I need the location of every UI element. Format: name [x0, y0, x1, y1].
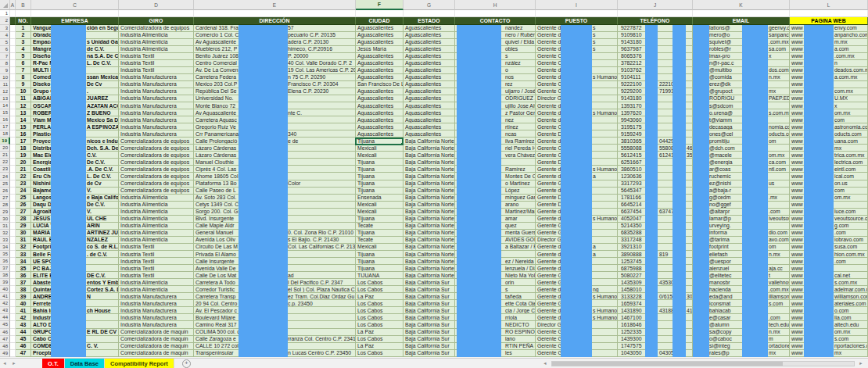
- row-number[interactable]: 30: [0, 216, 10, 223]
- cell-giro[interactable]: Industria Alimenticia: [119, 46, 194, 53]
- cell-no[interactable]: 7: [16, 67, 31, 74]
- empty-cell[interactable]: [194, 10, 356, 17]
- cell-no[interactable]: 24: [16, 188, 31, 195]
- cell-ciudad[interactable]: Aguascalientes: [356, 67, 404, 74]
- empty-cell[interactable]: [119, 10, 194, 17]
- cell-no[interactable]: 14: [16, 116, 31, 123]
- row-number[interactable]: 35: [0, 251, 10, 258]
- empty-cell[interactable]: [618, 10, 693, 17]
- cell-ciudad[interactable]: Tijuana: [356, 216, 404, 223]
- cell-ciudad[interactable]: Aguascalientes: [356, 53, 404, 60]
- cell-giro[interactable]: Industria Alimenticia: [119, 39, 194, 46]
- cell-estado[interactable]: Baja California Norte: [404, 265, 455, 272]
- row-number[interactable]: 48: [0, 343, 10, 350]
- col-letter-F[interactable]: F: [356, 0, 404, 10]
- cell-estado[interactable]: Aguascalientes: [404, 88, 455, 95]
- cell-giro[interactable]: Industria Alimenticia: [119, 279, 194, 286]
- header-contacto[interactable]: CONTACTO: [455, 17, 536, 25]
- cell-ciudad[interactable]: Mexicali: [356, 152, 404, 159]
- cell-estado[interactable]: Baja California Norte: [404, 188, 455, 195]
- empty-cell[interactable]: [10, 25, 16, 32]
- cell-giro[interactable]: Industria Textil: [119, 265, 194, 272]
- cell-estado[interactable]: Baja California Sur: [404, 300, 455, 307]
- cell-giro[interactable]: Industria Manufacturera: [119, 123, 194, 130]
- empty-cell[interactable]: [10, 180, 16, 188]
- empty-cell[interactable]: [10, 95, 16, 102]
- cell-giro[interactable]: Comercializadora de equipos: [119, 159, 194, 166]
- cell-no[interactable]: 47: [16, 350, 31, 357]
- cell-giro[interactable]: Industria Manufacturera: [119, 314, 194, 321]
- row-number[interactable]: 24: [0, 173, 10, 180]
- cell-no[interactable]: 23: [16, 180, 31, 188]
- cell-no[interactable]: 3: [16, 39, 31, 46]
- cell-giro[interactable]: Industria Textil: [119, 244, 194, 251]
- cell-estado[interactable]: Baja California Norte: [404, 223, 455, 230]
- empty-cell[interactable]: [10, 265, 16, 272]
- empty-cell[interactable]: [10, 251, 16, 258]
- row-number[interactable]: 7: [0, 53, 10, 60]
- cell-giro[interactable]: Industria Textil: [119, 67, 194, 74]
- row-number[interactable]: 45: [0, 321, 10, 328]
- col-letter-H[interactable]: H: [455, 0, 536, 10]
- cell-estado[interactable]: Baja California Sur: [404, 293, 455, 300]
- row-number[interactable]: 44: [0, 314, 10, 321]
- cell-giro[interactable]: Industria Manufacturera: [119, 109, 194, 116]
- cell-ciudad[interactable]: Aguascalientes: [356, 88, 404, 95]
- header-empresa[interactable]: EMPRESA: [31, 17, 119, 25]
- row-number[interactable]: 23: [0, 166, 10, 173]
- cell-giro[interactable]: Comercializadora de equipos: [119, 138, 194, 145]
- empty-cell[interactable]: [10, 223, 16, 230]
- empty-cell[interactable]: [10, 60, 16, 67]
- header-puesto[interactable]: PUESTO: [536, 17, 618, 25]
- cell-no[interactable]: 2: [16, 32, 31, 39]
- cell-giro[interactable]: Industria Manufacturera: [119, 88, 194, 95]
- empty-cell[interactable]: [455, 10, 536, 17]
- col-letter-G[interactable]: G: [404, 0, 455, 10]
- cell-no[interactable]: 17: [16, 138, 31, 145]
- row-number[interactable]: 26: [0, 188, 10, 195]
- cell-giro[interactable]: Industria Alimenticia: [119, 230, 194, 237]
- row-number[interactable]: 10: [0, 74, 10, 81]
- cell-estado[interactable]: Aguascalientes: [404, 123, 455, 130]
- cell-estado[interactable]: Baja California Norte: [404, 138, 455, 145]
- cell-giro[interactable]: Industria Alimenticia: [119, 209, 194, 216]
- empty-cell[interactable]: [10, 159, 16, 166]
- cell-ciudad[interactable]: Los Cabos: [356, 321, 404, 328]
- empty-cell[interactable]: [31, 10, 119, 17]
- cell-giro[interactable]: Industria Manufacturera: [119, 102, 194, 109]
- cell-ciudad[interactable]: Los Cabos: [356, 314, 404, 321]
- cell-no[interactable]: 34: [16, 258, 31, 265]
- col-letter-K[interactable]: K: [693, 0, 790, 10]
- cell-estado[interactable]: Aguascalientes: [404, 102, 455, 109]
- header-giro[interactable]: GIRO: [119, 17, 194, 25]
- row-number[interactable]: 34: [0, 244, 10, 251]
- row-number[interactable]: 16: [0, 116, 10, 123]
- empty-cell[interactable]: [10, 307, 16, 314]
- empty-cell[interactable]: [10, 216, 16, 223]
- cell-ciudad[interactable]: Los Cabos: [356, 286, 404, 293]
- row-number[interactable]: 22: [0, 159, 10, 166]
- cell-giro[interactable]: Comercializadora de equipos: [119, 173, 194, 180]
- col-letter-E[interactable]: E: [194, 0, 356, 10]
- row-number[interactable]: 49: [0, 350, 10, 357]
- empty-cell[interactable]: [10, 10, 16, 17]
- row-number[interactable]: 41: [0, 293, 10, 300]
- cell-estado[interactable]: Baja California Norte: [404, 244, 455, 251]
- cell-estado[interactable]: Baja California Norte: [404, 272, 455, 279]
- cell-ciudad[interactable]: Tijuana: [356, 251, 404, 258]
- cell-ciudad[interactable]: Los Cabos: [356, 307, 404, 314]
- empty-cell[interactable]: [10, 188, 16, 195]
- cell-no[interactable]: 19: [16, 152, 31, 159]
- empty-cell[interactable]: [10, 81, 16, 88]
- row-number[interactable]: 21: [0, 152, 10, 159]
- cell-ciudad[interactable]: Aguascalientes: [356, 116, 404, 123]
- cell-no[interactable]: 18: [16, 145, 31, 152]
- cell-giro[interactable]: Comercializadora de maquin: [119, 343, 194, 350]
- cell-estado[interactable]: Aguascalientes: [404, 46, 455, 53]
- cell-no[interactable]: 9: [16, 81, 31, 88]
- cell-ciudad[interactable]: Tecate: [356, 223, 404, 230]
- cell-giro[interactable]: Comercializadora de equipos: [119, 188, 194, 195]
- header-no[interactable]: NO.: [16, 17, 31, 25]
- cell-ciudad[interactable]: Ensenada: [356, 195, 404, 202]
- cell-ciudad[interactable]: Tijuana: [356, 166, 404, 173]
